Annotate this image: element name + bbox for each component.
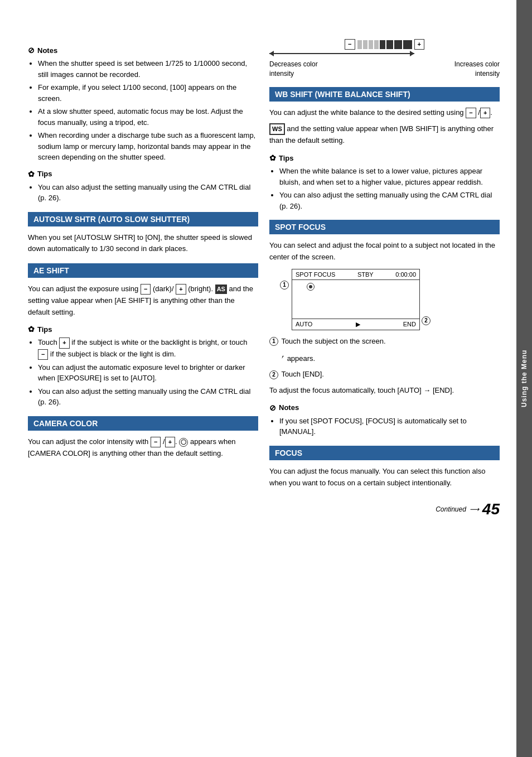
bar-seg — [386, 40, 393, 49]
camera-color-body: You can adjust the color intensity with … — [28, 436, 258, 460]
spot-focus-diagram: SPOT FOCUS STBY 0:00:00 1 2 AUTO ▶ END — [292, 269, 420, 330]
spot-focus-body: You can select and adjust the focal poin… — [269, 240, 500, 263]
diagram-bottom: AUTO ▶ END — [292, 319, 419, 330]
spot-notes-heading-text: Notes — [279, 403, 299, 412]
list-item: You can also adjust the setting manually… — [38, 182, 258, 204]
wb-tips-heading-text: Tips — [279, 154, 294, 162]
wb-shift-body2: WS and the setting value appear when [WB… — [269, 123, 500, 147]
wb-shift-body: You can adjust the white balance to the … — [269, 107, 500, 119]
list-item: If you set [SPOT FOCUS], [FOCUS] is auto… — [279, 416, 500, 437]
color-bar: − + — [269, 39, 500, 79]
list-item: When the white balance is set to a lower… — [279, 166, 500, 187]
page-number: 45 — [482, 500, 500, 518]
ae-tips-heading-text: Tips — [37, 325, 52, 334]
ws-badge: WS — [269, 123, 285, 136]
page: Using the Menu Notes When the shutter sp… — [0, 0, 532, 757]
bar-seg — [394, 40, 402, 49]
bar-seg — [363, 40, 367, 49]
notes-list: When the shutter speed is set between 1/… — [28, 58, 258, 163]
as-badge: AS — [215, 285, 227, 295]
tips-heading: Tips — [28, 170, 258, 179]
list-item: For example, if you select 1/100 second,… — [38, 82, 258, 104]
spot-step2: 2 Touch [END]. — [269, 369, 500, 380]
notes-heading: Notes — [28, 46, 258, 55]
tips-list: You can also adjust the setting manually… — [28, 182, 258, 204]
color-bar-top: − + — [345, 39, 424, 50]
ae-tips-list: Touch + if the subject is white or the b… — [28, 337, 258, 408]
color-bar-visual — [357, 40, 412, 49]
spot-step1: 1 Touch the subject on the screen. — [269, 336, 500, 348]
bar-seg — [403, 40, 412, 49]
diagram-label-2: 2 — [422, 316, 432, 325]
arrow-inner — [269, 53, 414, 54]
color-arrow-line — [269, 53, 414, 54]
wb-plus-btn[interactable]: + — [480, 108, 490, 118]
camera-color-header: CAMERA COLOR — [28, 416, 258, 431]
spot-focus-header: SPOT FOCUS — [269, 220, 500, 234]
bar-seg — [369, 40, 373, 49]
tip-minus-btn[interactable]: − — [38, 349, 48, 360]
tip-plus-btn[interactable]: + — [59, 337, 69, 348]
focus-crosshair — [307, 283, 315, 291]
wb-tips-list: When the white balance is set to a lower… — [269, 166, 500, 211]
main-content: Notes When the shutter speed is set betw… — [0, 22, 516, 735]
tips-icon — [28, 170, 35, 179]
ae-shift-body: You can adjust the exposure using − (dar… — [28, 283, 258, 318]
focus-header: FOCUS — [269, 446, 500, 460]
focus-body: You can adjust the focus manually. You c… — [269, 466, 500, 489]
ae-tips-icon — [28, 325, 35, 334]
diagram-label-1: 1 — [280, 281, 290, 290]
wb-tips-icon — [269, 153, 276, 162]
wb-minus-btn[interactable]: − — [466, 108, 476, 118]
notes-icon — [28, 46, 35, 55]
cam-badge: ◯ — [179, 438, 188, 447]
cc-minus-btn[interactable]: − — [151, 437, 161, 447]
bar-seg — [357, 40, 362, 49]
ae-shift-header: AE SHIFT — [28, 263, 258, 278]
side-tab-label: Using the Menu — [520, 350, 528, 407]
color-minus-btn[interactable]: − — [345, 39, 355, 50]
list-item: When recording under a discharge tube su… — [38, 130, 258, 163]
cc-plus-btn[interactable]: + — [165, 437, 175, 447]
list-item: Touch + if the subject is white or the b… — [38, 337, 258, 360]
color-bar-text: Decreases color intensity Increases colo… — [269, 60, 500, 79]
list-item: You can also adjust the setting manually… — [279, 190, 500, 211]
decreases-label: Decreases color intensity — [269, 60, 331, 79]
list-item: When the shutter speed is set between 1/… — [38, 58, 258, 80]
ae-minus-btn[interactable]: − — [141, 284, 151, 295]
autoslw-body: When you set [AUTOSLW SHTR] to [ON], the… — [28, 232, 258, 255]
diagram-top: SPOT FOCUS STBY 0:00:00 — [292, 269, 419, 280]
tips-heading-text: Tips — [37, 170, 52, 178]
continued-label: Continued — [436, 505, 466, 513]
continued-line: Continued ⟶ 45 — [269, 500, 500, 518]
list-item: You can adjust the automatic exposure le… — [38, 362, 258, 384]
left-column: Notes When the shutter speed is set betw… — [28, 39, 258, 718]
ae-tips-heading: Tips — [28, 325, 258, 334]
color-plus-btn[interactable]: + — [414, 39, 424, 50]
side-tab: Using the Menu — [516, 0, 532, 757]
spot-notes-heading: Notes — [269, 403, 500, 412]
ae-plus-btn[interactable]: + — [176, 284, 186, 295]
notes-heading-text: Notes — [37, 46, 57, 55]
bar-seg — [374, 40, 379, 49]
wb-tips-heading: Tips — [269, 153, 500, 162]
increases-label: Increases color intensity — [438, 60, 500, 79]
list-item: At a slow shutter speed, automatic focus… — [38, 106, 258, 128]
spot-auto: To adjust the focus automatically, touch… — [269, 385, 500, 397]
right-column: − + — [269, 39, 500, 718]
bar-seg — [380, 40, 385, 49]
autoslw-header: AUTOSLW SHTR (Auto slow shutter) — [28, 212, 258, 226]
list-item: You can also adjust the setting manually… — [38, 386, 258, 408]
spot-notes-list: If you set [SPOT FOCUS], [FOCUS] is auto… — [269, 416, 500, 437]
spot-step1b: ⎖ appears. — [269, 352, 500, 365]
spot-notes-icon — [269, 403, 276, 412]
wb-shift-header: WB SHIFT (White Balance Shift) — [269, 87, 500, 102]
color-bar-labels — [269, 53, 500, 54]
